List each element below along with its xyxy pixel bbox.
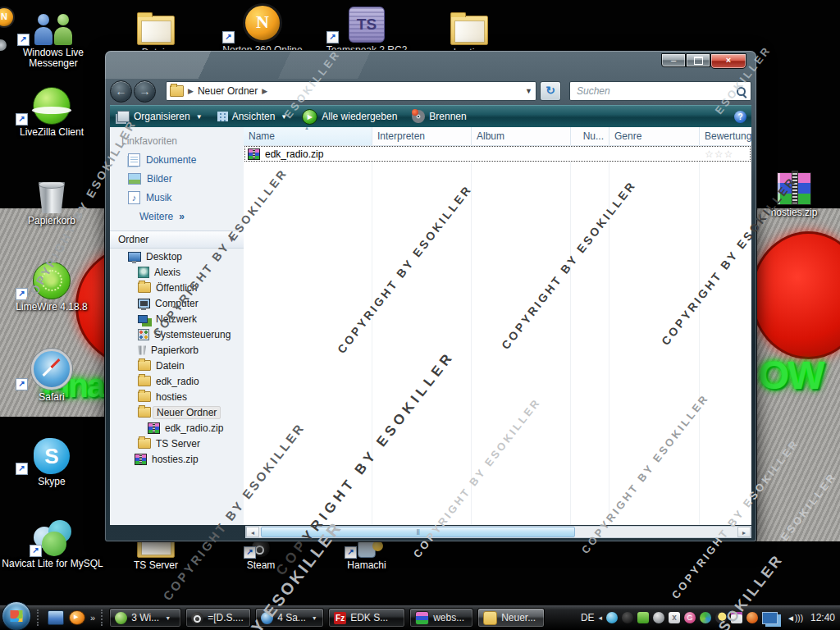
desktop-icon-teamspeak[interactable]: TS↗ Teamspeak 2 RC2 — [322, 2, 412, 56]
burn-button[interactable]: Brennen — [404, 106, 473, 127]
search-icon[interactable] — [737, 87, 746, 96]
column-header-bewertung[interactable]: Bewertung — [700, 127, 751, 145]
views-button[interactable]: Ansichten ▼ — [210, 106, 295, 127]
hamachi-icon — [358, 540, 376, 558]
desktop-icon-skype[interactable]: S↗ Skype — [11, 433, 93, 487]
task-button-steam[interactable]: =[D.S.... — [185, 608, 251, 628]
favorites-title: Linkfavoriten — [110, 127, 244, 150]
sidebar-item-bilder[interactable]: Bilder — [110, 170, 244, 188]
desktop-icon-navicat[interactable]: ↗ Navicat Lite for MySQL — [0, 515, 105, 569]
tree-item-alexis[interactable]: Alexis — [110, 264, 242, 280]
forward-button[interactable]: → — [134, 80, 156, 103]
task-button-group-windows[interactable]: 3 Wi... ▼ — [109, 608, 181, 628]
volume-icon[interactable]: ◄))) — [787, 614, 803, 623]
minimize-button[interactable]: – — [661, 53, 686, 67]
breadcrumb-separator-icon[interactable]: ▶ — [262, 87, 267, 95]
rating-stars[interactable]: ☆☆☆ — [705, 148, 733, 160]
tree-item-neuer-ordner[interactable]: Neuer Ordner — [110, 404, 242, 420]
scroll-right-button[interactable]: ▸ — [737, 527, 751, 537]
taskband-grip[interactable] — [101, 609, 106, 626]
tree-item-systemsteuerung[interactable]: Systemsteuerung — [110, 326, 242, 342]
tray-icon-moon[interactable] — [715, 612, 727, 623]
desktop-icon-hosties-zip[interactable]: hosties.zip — [755, 164, 833, 218]
desktop-icon-norton[interactable]: N↗ Norton 360 Online — [217, 2, 308, 56]
tray-icon-gray-sphere[interactable] — [653, 612, 664, 623]
column-header-nummer[interactable]: Nu... — [571, 127, 609, 145]
task-button-neuer-ordner[interactable]: Neuer... — [477, 608, 545, 628]
refresh-button[interactable]: ↻ — [540, 81, 561, 101]
quicklaunch-grip[interactable] — [37, 609, 42, 626]
language-indicator[interactable]: DE — [581, 612, 595, 623]
recycle-bin-icon — [37, 179, 66, 213]
sidebar-item-musik[interactable]: ♪Musik — [110, 188, 244, 208]
search-input[interactable] — [575, 84, 737, 98]
explorer-window: – × ← → ▶ Neuer Ordner ▶ ▼ ↻ Organis — [105, 51, 756, 541]
desktop-icon-limewire[interactable]: ↗ LimeWire 4.18.8 — [11, 258, 93, 313]
gray-corner-icon[interactable] — [0, 39, 7, 51]
navigation-pane: Linkfavoriten Dokumente Bilder ♪Musik We… — [110, 127, 244, 525]
tree-item-ts-server[interactable]: TS Server — [110, 436, 242, 451]
tray-icon-messenger-status[interactable] — [637, 612, 649, 623]
network-icon[interactable] — [762, 612, 778, 624]
search-box[interactable] — [569, 81, 751, 101]
tree-item-oeffentlich[interactable]: Öffentlich — [110, 280, 242, 295]
title-bar[interactable] — [105, 51, 756, 79]
column-header-genre[interactable]: Genre — [609, 127, 700, 145]
tree-item-computer[interactable]: Computer — [110, 295, 242, 311]
show-desktop-icon[interactable] — [48, 610, 64, 625]
windows-flag-icon — [11, 610, 23, 622]
horizontal-scrollbar[interactable]: ◂ ▸ — [245, 526, 751, 538]
scrollbar-thumb[interactable] — [261, 527, 575, 537]
start-button[interactable] — [2, 601, 31, 630]
breadcrumb-item[interactable]: Neuer Ordner — [198, 85, 258, 97]
desktop-icon-safari[interactable]: ↗ Safari — [11, 349, 93, 403]
play-all-button[interactable]: ▶ Alle wiedergeben — [294, 106, 404, 127]
folder-icon — [483, 611, 497, 625]
file-row-edk-radio-zip[interactable]: edk_radio.zip ☆☆☆ — [244, 146, 751, 162]
clock[interactable]: 12:40 — [810, 612, 835, 623]
column-header-interpreten[interactable]: Interpreten — [372, 127, 472, 145]
sidebar-item-weitere[interactable]: Weitere» — [110, 208, 244, 226]
tree-item-hosties-zip[interactable]: hosties.zip — [110, 451, 242, 467]
task-button-webs[interactable]: webs... — [409, 608, 473, 628]
desktop-icon-papierkorb[interactable]: Papierkorb — [11, 172, 93, 226]
tree-item-edk-radio[interactable]: edk_radio — [110, 373, 242, 389]
tray-icon-notes[interactable] — [731, 612, 742, 623]
tree-item-netzwerk[interactable]: Netzwerk — [110, 311, 242, 326]
command-toolbar: Organisieren ▼ Ansichten ▼ ▶ Alle wieder… — [110, 105, 751, 128]
tray-icon-hamachi[interactable] — [746, 612, 758, 623]
desktop-icon-windows-live-messenger[interactable]: ↗ Windows Live Messenger — [12, 4, 94, 69]
pictures-icon — [128, 173, 141, 185]
tree-item-edk-radio-zip[interactable]: edk_radio.zip — [110, 420, 242, 436]
tray-icon-steam[interactable] — [622, 612, 633, 623]
quicklaunch-more-icon[interactable]: » — [90, 613, 95, 623]
folder-icon — [138, 376, 151, 386]
breadcrumb[interactable]: ▶ Neuer Ordner ▶ ▼ — [166, 81, 536, 101]
tree-item-datein[interactable]: Datein — [110, 358, 242, 373]
sidebar-item-dokumente[interactable]: Dokumente — [110, 150, 244, 170]
task-button-group-safari[interactable]: 4 Sa... ▼ — [255, 608, 324, 628]
task-button-filezilla[interactable]: Fz EDK S... — [328, 608, 405, 628]
tray-icon-swirl[interactable] — [700, 612, 711, 623]
column-header-name[interactable]: Name — [244, 127, 372, 145]
folders-band[interactable]: Ordner ▼ — [110, 231, 244, 249]
address-dropdown-icon[interactable]: ▼ — [525, 87, 532, 95]
desktop-icon-livezilla[interactable]: ↗ LiveZilla Client — [11, 84, 93, 138]
tray-icon-g[interactable]: G — [684, 612, 696, 623]
help-button[interactable]: ? — [734, 111, 746, 123]
norton-icon: N — [243, 3, 282, 43]
tray-icon-livezilla[interactable] — [606, 612, 618, 623]
winrar-icon — [135, 454, 147, 465]
tree-item-hosties[interactable]: hosties — [110, 389, 242, 404]
back-button[interactable]: ← — [110, 80, 132, 103]
tree-item-papierkorb[interactable]: Papierkorb — [110, 342, 242, 358]
organize-button[interactable]: Organisieren ▼ — [110, 106, 210, 127]
scroll-left-button[interactable]: ◂ — [246, 527, 259, 537]
tray-collapse-icon[interactable]: ◂ — [599, 614, 603, 622]
tray-icon-xfire[interactable]: x — [669, 612, 680, 623]
media-player-icon[interactable] — [69, 610, 85, 625]
close-button[interactable]: × — [710, 53, 746, 69]
column-header-album[interactable]: Album — [472, 127, 571, 145]
tree-item-desktop[interactable]: Desktop — [110, 249, 242, 264]
maximize-button[interactable] — [686, 53, 710, 67]
